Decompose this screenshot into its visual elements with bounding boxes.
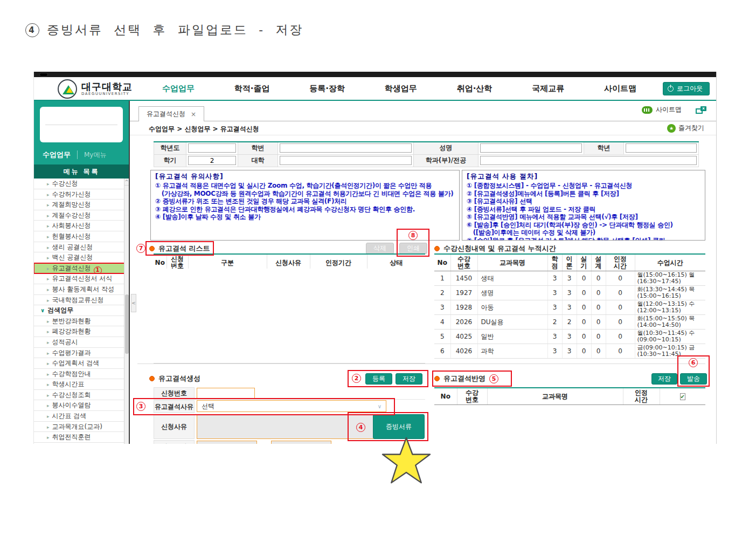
sidebar-item-vaccine-absence[interactable]: 백신 공결신청 bbox=[34, 252, 129, 263]
reason-type-label: 유고결석사유 bbox=[154, 400, 195, 413]
step-number-icon: 4 bbox=[25, 23, 39, 37]
annotation-step-6: 6 bbox=[689, 358, 698, 367]
sidebar-item-class-status[interactable]: 분반강좌현황 bbox=[34, 316, 129, 327]
sidebar-item-sugang[interactable]: 수강신청 bbox=[34, 179, 129, 189]
absence-list-empty-body bbox=[154, 269, 425, 363]
period-end-input[interactable] bbox=[271, 441, 331, 444]
top-navigation: 수업업무 학적·졸업 등록·장학 학생업무 취업·산학 국제교류 사이트맵 bbox=[162, 77, 636, 100]
annotation-step-7: 7 bbox=[136, 244, 145, 253]
col-rec: 인정시간 bbox=[606, 254, 635, 271]
absence-create-title: 유고결석생성 bbox=[149, 374, 200, 383]
nav-international[interactable]: 국제교류 bbox=[532, 84, 564, 94]
section-bullet-icon bbox=[149, 376, 155, 381]
col-time: 수업시간 bbox=[635, 254, 705, 271]
sidebar-collapse-handle[interactable]: < bbox=[131, 294, 136, 312]
annotation-step-2: 2 bbox=[352, 374, 361, 383]
app-body: 수업업무 My메뉴 메뉴 목록 수강신청 수강허가신청 계절희망신청 계절수강신… bbox=[34, 101, 716, 444]
sidebar-item-service-record[interactable]: 봉사이수열람 bbox=[34, 400, 129, 411]
col-check: ✔ bbox=[660, 388, 705, 405]
table-row: 64026 과학3 30 00 금(09:00~10:15) 금(10:30~1… bbox=[434, 344, 705, 359]
nav-sitemap[interactable]: 사이트맵 bbox=[604, 84, 636, 94]
period-start-input[interactable] bbox=[197, 441, 257, 444]
sidebar-item-menstrual-absence[interactable]: 생리 공결신청 bbox=[34, 242, 129, 253]
sidebar-item-grade-posting[interactable]: 성적공시 bbox=[34, 337, 129, 348]
tab-excused-absence[interactable]: 유고결석신청 × bbox=[138, 106, 204, 121]
col-name: 교과목명 bbox=[487, 388, 623, 405]
sidebar-item-course-outline[interactable]: 교과목개요(교과) bbox=[34, 422, 129, 433]
sidebar-item-blood-donation[interactable]: 헌혈봉사신청 bbox=[34, 231, 129, 242]
print-button[interactable]: 인쇄 bbox=[399, 243, 427, 254]
sitemap-link[interactable]: 사이트맵 bbox=[642, 105, 682, 114]
col-design: 설계 bbox=[591, 254, 606, 271]
sidebar-item-gyejeol-huimang[interactable]: 계절희망신청 bbox=[34, 200, 129, 210]
breadcrumb: 수업업무 > 신청업무 > 유고결석신청 bbox=[149, 125, 259, 134]
dept-input[interactable] bbox=[480, 156, 697, 165]
sidebar-item-cancelled-classes[interactable]: 폐강강좌현황 bbox=[34, 326, 129, 337]
semester-input[interactable] bbox=[188, 156, 236, 165]
tab-strip: 유고결석신청 × 사이트맵 x bbox=[130, 101, 716, 121]
reason-label: 신청사유 bbox=[154, 415, 195, 439]
register-button[interactable]: 등록 bbox=[365, 373, 392, 385]
table-row: 31928 아동3 30 00 월(12:00~13:15) 수(12:00~1… bbox=[434, 300, 705, 315]
appno-input[interactable] bbox=[197, 388, 255, 399]
sidebar-item-timetable[interactable]: 학생시간표 bbox=[34, 379, 129, 390]
col-lab: 실기 bbox=[577, 254, 591, 271]
notice-procedure: [유고결석 사용 절차] ① [종합정보시스템] - 수업업무 - 신청업무 -… bbox=[462, 170, 705, 241]
sidebar-item-service-plan[interactable]: 봉사 활동계획서 작성 bbox=[34, 284, 129, 295]
sidebar-item-credit-exchange[interactable]: 국내학점교류신청 bbox=[34, 295, 129, 306]
create-save-button[interactable]: 저장 bbox=[396, 373, 422, 385]
sidebar-item-partial[interactable]: 취업전직훈련 bbox=[34, 432, 129, 443]
sidebar-item-sugang-lookup[interactable]: 수강신청조회 bbox=[34, 390, 129, 401]
grade-input[interactable] bbox=[626, 143, 697, 153]
sidebar-tab-classes[interactable]: 수업업무 bbox=[43, 150, 71, 160]
university-logo[interactable]: 대구대학교 DAEGUUNIVERSITY bbox=[58, 79, 133, 99]
select-all-checkbox[interactable]: ✔ bbox=[680, 393, 685, 400]
period-tilde: ~ bbox=[261, 440, 267, 444]
nav-career[interactable]: 취업·산학 bbox=[457, 84, 493, 94]
favorite-link[interactable]: ★ 즐겨찾기 bbox=[667, 124, 704, 133]
sidebar-item-excused-absence[interactable]: 유고결석신청1 bbox=[34, 263, 129, 274]
name-input[interactable] bbox=[480, 143, 582, 153]
window-dot-icon bbox=[39, 73, 48, 77]
star-icon: ★ bbox=[667, 124, 676, 133]
tab-close-icon[interactable]: × bbox=[191, 111, 196, 118]
sidebar-item-absence-form[interactable]: 유고결석신청서 서식 bbox=[34, 273, 129, 284]
annotation-step-3: 3 bbox=[136, 402, 145, 411]
college-input[interactable] bbox=[280, 156, 412, 165]
sidebar-item-sugang-heoga[interactable]: 수강허가신청 bbox=[34, 189, 129, 200]
sidebar-item-social-service[interactable]: 사회봉사신청 bbox=[34, 221, 129, 231]
col-name: 교과목명 bbox=[477, 254, 547, 271]
attach-button[interactable]: 증빙서류 bbox=[373, 414, 425, 439]
sidebar-item-timetable-search[interactable]: 시간표 검색 bbox=[34, 411, 129, 422]
nav-records[interactable]: 학적·졸업 bbox=[234, 84, 270, 94]
reason-textarea[interactable] bbox=[197, 415, 374, 439]
table-row: 54025 일반3 30 00 월(10:30~11:45) 수(09:00~1… bbox=[434, 330, 705, 344]
sidebar-item-credit-guide[interactable]: 수강학점안내 bbox=[34, 369, 129, 380]
nav-classes[interactable]: 수업업무 bbox=[162, 84, 195, 94]
year-input[interactable] bbox=[188, 143, 236, 153]
sidebar-scrollbar[interactable]: ^ bbox=[124, 179, 129, 444]
sidebar-item-gyejeol-sugang[interactable]: 계절수강신청 bbox=[34, 210, 129, 221]
section-bullet-icon bbox=[434, 376, 440, 381]
sidebar-group-search[interactable]: 검색업무 bbox=[34, 305, 129, 316]
sidebar-tab-mymenu[interactable]: My메뉴 bbox=[84, 150, 106, 160]
sidebar-menu-list: 수강신청 수강허가신청 계절희망신청 계절수강신청 사회봉사신청 헌혈봉사신청 … bbox=[34, 179, 129, 444]
studentno-input[interactable] bbox=[280, 143, 412, 153]
multi-window-icon[interactable]: x bbox=[696, 106, 706, 114]
delete-button[interactable]: 삭제 bbox=[366, 243, 394, 254]
sidebar-item-eval-result[interactable]: 수업평가결과 bbox=[34, 348, 129, 359]
nav-registration[interactable]: 등록·장학 bbox=[309, 84, 345, 94]
scroll-up-icon[interactable]: ^ bbox=[124, 179, 129, 186]
scrollbar-thumb[interactable] bbox=[125, 294, 129, 354]
reason-type-select[interactable]: 선택 bbox=[197, 400, 386, 412]
annotation-step-5: 5 bbox=[489, 374, 498, 383]
section-divider bbox=[137, 363, 705, 364]
logout-button[interactable]: 로그아웃 bbox=[663, 82, 710, 95]
table-row: 21927 생명3 30 00 화(13:30~14:45) 목(15:00~1… bbox=[434, 286, 705, 300]
send-button[interactable]: 발송 bbox=[680, 373, 707, 385]
apply-save-button[interactable]: 저장 bbox=[651, 373, 677, 385]
menu-list-header: 메뉴 목록 bbox=[34, 164, 129, 179]
nav-student-affairs[interactable]: 학생업무 bbox=[385, 84, 417, 94]
sidebar-item-syllabus-search[interactable]: 수업계획서 검색 bbox=[34, 358, 129, 369]
annotation-step-1: 1 bbox=[94, 266, 102, 274]
